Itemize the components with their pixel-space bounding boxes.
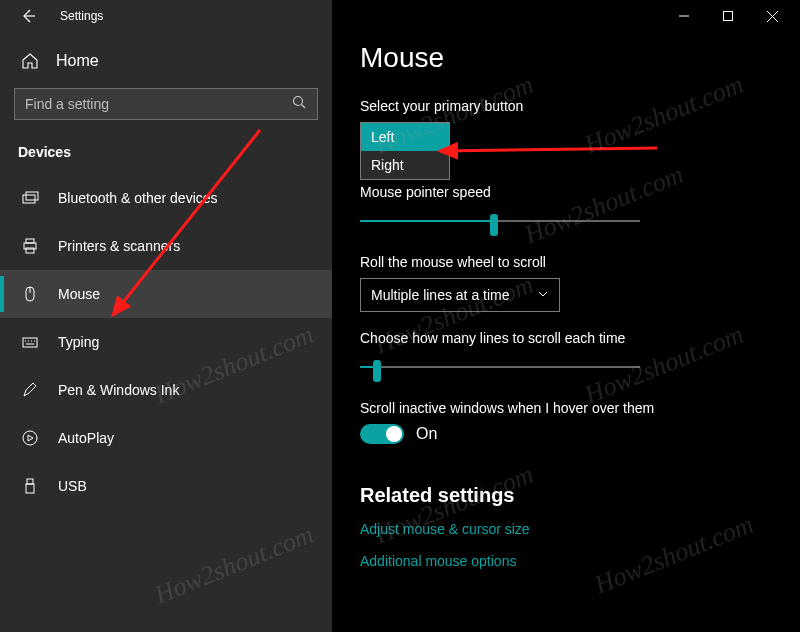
minimize-button[interactable]: [662, 2, 706, 30]
autoplay-icon: [20, 429, 40, 447]
sidebar-item-label: Bluetooth & other devices: [58, 190, 218, 206]
sidebar-item-mouse[interactable]: Mouse: [0, 270, 332, 318]
svg-point-0: [294, 97, 303, 106]
wheel-select-value: Multiple lines at a time: [371, 287, 510, 303]
section-heading: Devices: [0, 134, 332, 174]
search-box[interactable]: [14, 88, 318, 120]
link-adjust-cursor[interactable]: Adjust mouse & cursor size: [360, 521, 772, 537]
sidebar-item-label: AutoPlay: [58, 430, 114, 446]
svg-rect-15: [27, 479, 33, 484]
slider-thumb[interactable]: [373, 360, 381, 382]
devices-icon: [20, 189, 40, 207]
sidebar-item-bluetooth[interactable]: Bluetooth & other devices: [0, 174, 332, 222]
link-additional-options[interactable]: Additional mouse options: [360, 553, 772, 569]
toggle-knob: [386, 426, 402, 442]
wheel-label: Roll the mouse wheel to scroll: [360, 254, 772, 270]
chevron-down-icon: [537, 287, 549, 303]
related-heading: Related settings: [360, 484, 772, 507]
dropdown-option-right[interactable]: Right: [361, 151, 449, 179]
slider-fill: [360, 220, 494, 222]
svg-rect-4: [26, 239, 34, 243]
svg-rect-8: [23, 338, 37, 347]
sidebar-item-label: Typing: [58, 334, 99, 350]
lines-slider[interactable]: [360, 354, 640, 382]
home-icon: [20, 52, 40, 70]
window-title: Settings: [60, 9, 103, 23]
sidebar-item-label: Printers & scanners: [58, 238, 180, 254]
sidebar-item-label: USB: [58, 478, 87, 494]
home-label: Home: [56, 52, 99, 70]
search-icon: [291, 94, 307, 114]
svg-point-14: [23, 431, 37, 445]
dropdown-option-left[interactable]: Left: [361, 123, 449, 151]
page-title: Mouse: [360, 42, 772, 74]
slider-thumb[interactable]: [490, 214, 498, 236]
usb-icon: [20, 477, 40, 495]
lines-label: Choose how many lines to scroll each tim…: [360, 330, 772, 346]
sidebar-item-label: Mouse: [58, 286, 100, 302]
sidebar-item-printers[interactable]: Printers & scanners: [0, 222, 332, 270]
close-button[interactable]: [750, 2, 794, 30]
inactive-toggle[interactable]: [360, 424, 404, 444]
svg-rect-18: [724, 12, 733, 21]
primary-button-dropdown[interactable]: Left Right: [360, 122, 450, 180]
printer-icon: [20, 237, 40, 255]
svg-rect-16: [26, 484, 34, 493]
sidebar-item-usb[interactable]: USB: [0, 462, 332, 510]
pointer-speed-label: Mouse pointer speed: [360, 184, 772, 200]
maximize-button[interactable]: [706, 2, 750, 30]
sidebar-item-autoplay[interactable]: AutoPlay: [0, 414, 332, 462]
wheel-select[interactable]: Multiple lines at a time: [360, 278, 560, 312]
primary-button-label: Select your primary button: [360, 98, 772, 114]
inactive-label: Scroll inactive windows when I hover ove…: [360, 400, 772, 416]
svg-rect-1: [23, 195, 35, 203]
sidebar-item-label: Pen & Windows Ink: [58, 382, 179, 398]
search-input[interactable]: [25, 96, 265, 112]
pointer-speed-slider[interactable]: [360, 208, 640, 236]
sidebar-item-pen[interactable]: Pen & Windows Ink: [0, 366, 332, 414]
sidebar-item-typing[interactable]: Typing: [0, 318, 332, 366]
pen-icon: [20, 381, 40, 399]
back-button[interactable]: [14, 2, 42, 30]
home-nav[interactable]: Home: [0, 40, 332, 82]
mouse-icon: [20, 285, 40, 303]
toggle-state: On: [416, 425, 437, 443]
keyboard-icon: [20, 333, 40, 351]
slider-track: [360, 366, 640, 368]
svg-rect-2: [26, 192, 38, 200]
